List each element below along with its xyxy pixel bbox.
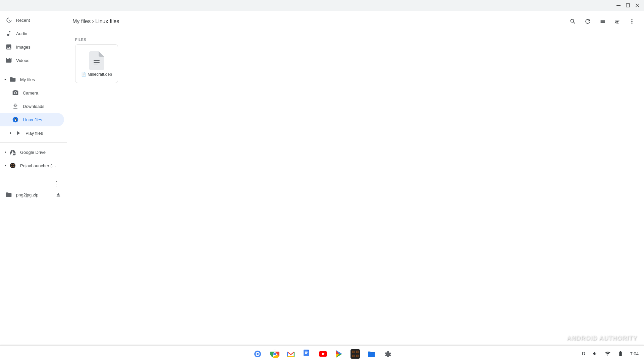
tray-battery[interactable] xyxy=(615,349,626,358)
sidebar-item-camera[interactable]: Camera xyxy=(0,86,64,100)
sidebar-audio-label: Audio xyxy=(16,31,59,36)
taskbar-settings[interactable] xyxy=(380,347,395,361)
sidebar-google-drive-header[interactable]: Google Drive xyxy=(0,145,64,159)
breadcrumb: My files › Linux files xyxy=(72,18,564,25)
sidebar-divider-2 xyxy=(0,142,67,143)
sidebar-poja-launcher-header[interactable]: PojavLauncher (Minecraf... xyxy=(0,159,64,172)
svg-rect-26 xyxy=(305,353,307,354)
svg-rect-38 xyxy=(353,351,354,353)
linux-files-icon: 🐧 xyxy=(12,116,19,123)
svg-rect-24 xyxy=(305,351,308,352)
poja-launcher-chevron-icon xyxy=(1,162,9,170)
sidebar-item-downloads[interactable]: Downloads xyxy=(0,100,64,113)
eject-icon[interactable] xyxy=(55,192,61,198)
sidebar-item-audio[interactable]: Audio xyxy=(0,27,64,40)
sidebar-item-videos[interactable]: Videos xyxy=(0,54,64,67)
close-button[interactable] xyxy=(633,1,641,9)
battery-icon xyxy=(618,351,624,357)
sidebar-videos-label: Videos xyxy=(16,58,59,63)
svg-rect-8 xyxy=(11,164,12,165)
sidebar-more-button[interactable]: ⋮ xyxy=(52,179,61,188)
my-files-chevron-icon xyxy=(1,75,9,83)
svg-point-7 xyxy=(10,163,15,168)
sidebar-camera-label: Camera xyxy=(23,90,38,96)
svg-rect-41 xyxy=(357,355,358,357)
minimize-button[interactable] xyxy=(614,1,623,9)
sidebar-play-files-header[interactable]: Play files xyxy=(0,126,64,140)
svg-text:🐧: 🐧 xyxy=(14,118,18,122)
sidebar-images-label: Images xyxy=(16,45,59,50)
sidebar-recent-label: Recent xyxy=(16,18,59,23)
ime-label: D xyxy=(582,351,585,356)
search-button[interactable] xyxy=(566,15,580,28)
tray-clock[interactable]: 7:04 xyxy=(628,350,641,358)
more-options-button[interactable] xyxy=(625,15,639,28)
sidebar: Recent Audio Images Vid xyxy=(0,11,67,345)
taskbar-youtube[interactable] xyxy=(316,347,330,361)
file-item-minecraft-deb[interactable]: 📄 Minecraft.deb xyxy=(75,44,118,83)
title-bar xyxy=(0,0,644,11)
sidebar-downloads-label: Downloads xyxy=(23,104,44,109)
svg-text:AZ: AZ xyxy=(615,20,619,24)
breadcrumb-current: Linux files xyxy=(95,18,119,24)
tray-ime[interactable]: D xyxy=(579,350,588,358)
recent-icon xyxy=(5,17,12,23)
sidebar-divider-3 xyxy=(0,175,67,175)
svg-rect-11 xyxy=(13,166,14,167)
file-area: Files 📄 Minecraft.deb xyxy=(67,32,644,345)
app-window: Recent Audio Images Vid xyxy=(0,0,644,345)
maximize-button[interactable] xyxy=(624,1,632,9)
launcher-button[interactable] xyxy=(249,346,266,362)
google-drive-icon xyxy=(9,149,16,156)
clock-time: 7:04 xyxy=(630,351,639,356)
taskbar-gmail[interactable] xyxy=(283,347,298,361)
tray-wifi[interactable] xyxy=(602,349,613,358)
taskbar-minecraft[interactable] xyxy=(348,347,363,361)
sidebar-play-files-label: Play files xyxy=(25,131,43,136)
taskbar-play-store[interactable] xyxy=(332,347,346,361)
breadcrumb-root[interactable]: My files xyxy=(72,18,91,24)
system-tray: D 7:04 xyxy=(579,345,644,362)
svg-point-4 xyxy=(14,92,16,94)
sidebar-item-png-zip[interactable]: png2jpg.zip xyxy=(0,188,64,201)
file-type-icon: 📄 xyxy=(81,72,86,77)
poja-launcher-icon xyxy=(9,162,16,169)
sidebar-item-recent[interactable]: Recent xyxy=(0,13,64,27)
svg-point-18 xyxy=(273,353,276,355)
sidebar-my-files-label: My files xyxy=(20,77,35,82)
content-area: Recent Audio Images Vid xyxy=(0,11,644,345)
taskbar xyxy=(0,345,644,362)
sort-button[interactable]: AZ xyxy=(610,15,624,28)
sidebar-item-images[interactable]: Images xyxy=(0,40,64,54)
file-icon-minecraft xyxy=(89,51,105,71)
main-content: My files › Linux files AZ xyxy=(67,11,644,345)
svg-rect-1 xyxy=(626,4,630,7)
taskbar-chrome[interactable] xyxy=(267,347,282,361)
svg-point-15 xyxy=(257,353,259,355)
sidebar-item-linux-files[interactable]: 🐧 Linux files xyxy=(0,113,64,126)
taskbar-docs[interactable] xyxy=(300,347,314,361)
taskbar-files[interactable] xyxy=(364,347,379,361)
svg-rect-25 xyxy=(305,352,308,353)
svg-rect-40 xyxy=(353,355,354,357)
play-files-chevron-icon xyxy=(7,129,15,137)
videos-icon xyxy=(5,57,12,64)
sidebar-divider-1 xyxy=(0,70,67,70)
downloads-icon xyxy=(12,103,19,110)
audio-icon xyxy=(5,30,12,37)
file-grid: 📄 Minecraft.deb xyxy=(75,44,636,83)
svg-rect-10 xyxy=(11,166,12,167)
tray-volume[interactable] xyxy=(589,349,601,358)
file-name-row: 📄 Minecraft.deb xyxy=(78,72,115,77)
wifi-icon xyxy=(605,351,611,357)
sidebar-png-zip-label: png2jpg.zip xyxy=(16,192,39,197)
svg-rect-0 xyxy=(616,5,621,6)
svg-rect-9 xyxy=(13,164,14,165)
images-icon xyxy=(5,44,12,50)
sidebar-my-files-header[interactable]: My files xyxy=(0,73,64,86)
google-drive-chevron-icon xyxy=(1,148,9,156)
play-files-icon xyxy=(15,130,21,136)
my-files-icon xyxy=(9,76,16,83)
list-view-button[interactable] xyxy=(596,15,609,28)
refresh-button[interactable] xyxy=(581,15,594,28)
